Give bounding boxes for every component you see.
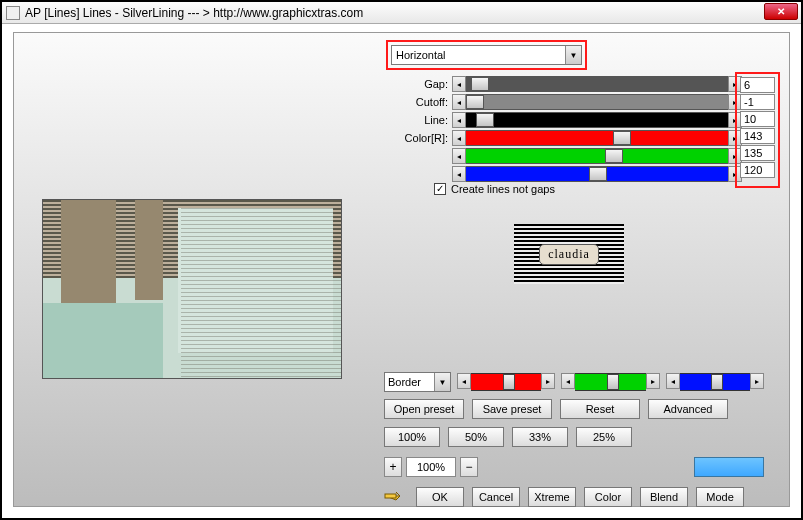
create-lines-checkbox-row: ✓ Create lines not gaps (434, 183, 555, 195)
parameters: Gap: ◂ ▸ Cutoff: ◂ ▸ Line: ◂ (394, 75, 742, 183)
zoom-25-button[interactable]: 25% (576, 427, 632, 447)
arrow-right-icon[interactable]: ▸ (646, 373, 660, 389)
direction-value: Horizontal (392, 49, 565, 61)
gap-label: Gap: (394, 78, 452, 90)
gap-input[interactable]: 6 (740, 77, 775, 93)
cutoff-input[interactable]: -1 (740, 94, 775, 110)
arrow-left-icon[interactable]: ◂ (561, 373, 575, 389)
blend-button[interactable]: Blend (640, 487, 688, 507)
svg-rect-0 (385, 494, 396, 498)
client-area: Horizontal ▼ Gap: ◂ ▸ Cutoff: ◂ ▸ (13, 32, 790, 507)
zoom-stepper: + 100% − (384, 457, 478, 477)
border-dropdown[interactable]: Border ▼ (384, 372, 451, 392)
window-title: AP [Lines] Lines - SilverLining --- > ht… (25, 6, 797, 20)
reset-button[interactable]: Reset (560, 399, 640, 419)
color-r-input[interactable]: 143 (740, 128, 775, 144)
arrow-left-icon[interactable]: ◂ (452, 76, 466, 92)
zoom-value[interactable]: 100% (406, 457, 456, 477)
color-g-input[interactable]: 135 (740, 145, 775, 161)
color-r-row: Color[R]: ◂ ▸ (394, 129, 742, 147)
brand-logo: claudia (514, 224, 624, 284)
chevron-down-icon[interactable]: ▼ (565, 46, 581, 64)
brand-text: claudia (539, 244, 599, 265)
arrow-left-icon[interactable]: ◂ (452, 94, 466, 110)
arrow-left-icon[interactable]: ◂ (452, 130, 466, 146)
cutoff-row: Cutoff: ◂ ▸ (394, 93, 742, 111)
line-input[interactable]: 10 (740, 111, 775, 127)
advanced-button[interactable]: Advanced (648, 399, 728, 419)
color-r-label: Color[R]: (394, 132, 452, 144)
direction-dropdown[interactable]: Horizontal ▼ (391, 45, 582, 65)
border-g-slider[interactable]: ◂ ▸ (561, 373, 659, 391)
color-g-row: ◂ ▸ (394, 147, 742, 165)
titlebar[interactable]: AP [Lines] Lines - SilverLining --- > ht… (2, 2, 801, 24)
direction-highlight: Horizontal ▼ (386, 40, 587, 70)
zoom-100-button[interactable]: 100% (384, 427, 440, 447)
zoom-minus-button[interactable]: − (460, 457, 478, 477)
arrow-left-icon[interactable]: ◂ (452, 112, 466, 128)
color-button[interactable]: Color (584, 487, 632, 507)
border-row: Border ▼ ◂ ▸ ◂ ▸ ◂ ▸ (384, 371, 764, 393)
color-b-row: ◂ ▸ (394, 165, 742, 183)
app-icon (6, 6, 20, 20)
arrow-right-icon[interactable]: ▸ (750, 373, 764, 389)
color-g-slider[interactable]: ◂ ▸ (452, 148, 742, 164)
zoom-33-button[interactable]: 33% (512, 427, 568, 447)
zoom-50-button[interactable]: 50% (448, 427, 504, 447)
create-lines-checkbox[interactable]: ✓ (434, 183, 446, 195)
color-swatch[interactable] (694, 457, 764, 477)
mode-button[interactable]: Mode (696, 487, 744, 507)
arrow-left-icon[interactable]: ◂ (666, 373, 680, 389)
line-slider[interactable]: ◂ ▸ (452, 112, 742, 128)
border-b-slider[interactable]: ◂ ▸ (666, 373, 764, 391)
preset-row: Open preset Save preset Reset Advanced (384, 399, 728, 419)
line-label: Line: (394, 114, 452, 126)
arrow-left-icon[interactable]: ◂ (452, 148, 466, 164)
arrow-left-icon[interactable]: ◂ (452, 166, 466, 182)
close-button[interactable]: ✕ (764, 3, 798, 20)
arrow-right-icon[interactable]: ▸ (541, 373, 555, 389)
values-highlight: 6 -1 10 143 135 120 (735, 72, 780, 188)
cancel-button[interactable]: Cancel (472, 487, 520, 507)
xtreme-button[interactable]: Xtreme (528, 487, 576, 507)
border-r-slider[interactable]: ◂ ▸ (457, 373, 555, 391)
zoom-plus-button[interactable]: + (384, 457, 402, 477)
create-lines-label: Create lines not gaps (451, 183, 555, 195)
pointing-hand-icon (384, 487, 408, 505)
cutoff-slider[interactable]: ◂ ▸ (452, 94, 742, 110)
save-preset-button[interactable]: Save preset (472, 399, 552, 419)
app-window: AP [Lines] Lines - SilverLining --- > ht… (0, 0, 803, 520)
zoom-presets-row: 100% 50% 33% 25% (384, 427, 632, 447)
cutoff-label: Cutoff: (394, 96, 452, 108)
ok-button[interactable]: OK (416, 487, 464, 507)
action-row: OK Cancel Xtreme Color Blend Mode (384, 487, 744, 507)
color-b-input[interactable]: 120 (740, 162, 775, 178)
border-value: Border (385, 376, 434, 388)
open-preset-button[interactable]: Open preset (384, 399, 464, 419)
color-b-slider[interactable]: ◂ ▸ (452, 166, 742, 182)
preview-image (42, 199, 342, 379)
color-r-slider[interactable]: ◂ ▸ (452, 130, 742, 146)
gap-row: Gap: ◂ ▸ (394, 75, 742, 93)
gap-slider[interactable]: ◂ ▸ (452, 76, 742, 92)
line-row: Line: ◂ ▸ (394, 111, 742, 129)
chevron-down-icon[interactable]: ▼ (434, 373, 450, 391)
arrow-left-icon[interactable]: ◂ (457, 373, 471, 389)
